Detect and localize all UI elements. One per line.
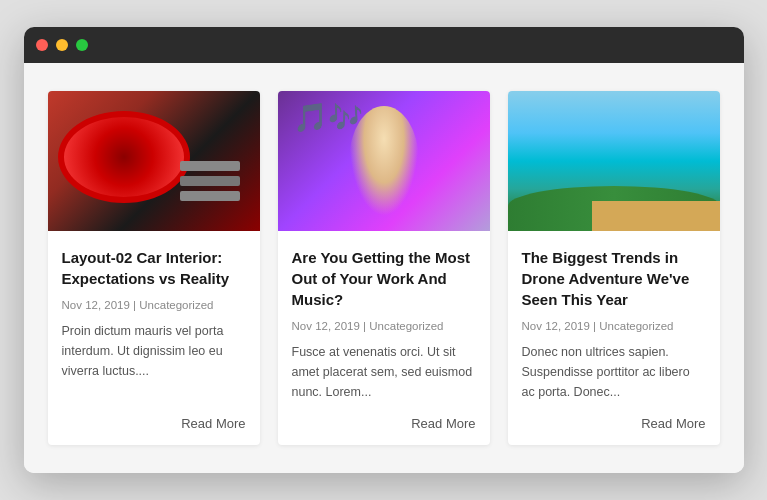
card-2-meta: Nov 12, 2019 | Uncategorized — [292, 320, 476, 332]
card-3-title: The Biggest Trends in Drone Adventure We… — [522, 247, 706, 310]
card-1-image — [48, 91, 260, 231]
card-3-read-more[interactable]: Read More — [522, 416, 706, 431]
card-2-excerpt: Fusce at venenatis orci. Ut sit amet pla… — [292, 342, 476, 402]
card-1-meta: Nov 12, 2019 | Uncategorized — [62, 299, 246, 311]
card-1-read-more[interactable]: Read More — [62, 416, 246, 431]
cards-grid: Layout-02 Car Interior: Expectations vs … — [48, 91, 720, 445]
minimize-dot[interactable] — [56, 39, 68, 51]
card-1-title: Layout-02 Car Interior: Expectations vs … — [62, 247, 246, 289]
titlebar — [24, 27, 744, 63]
blog-card-2: Are You Getting the Most Out of Your Wor… — [278, 91, 490, 445]
close-dot[interactable] — [36, 39, 48, 51]
card-3-meta: Nov 12, 2019 | Uncategorized — [522, 320, 706, 332]
blog-card-3: The Biggest Trends in Drone Adventure We… — [508, 91, 720, 445]
person-silhouette — [349, 106, 419, 216]
main-content: Layout-02 Car Interior: Expectations vs … — [24, 63, 744, 473]
card-1-excerpt: Proin dictum mauris vel porta interdum. … — [62, 321, 246, 402]
card-2-image — [278, 91, 490, 231]
card-3-image — [508, 91, 720, 231]
blog-card-1: Layout-02 Car Interior: Expectations vs … — [48, 91, 260, 445]
card-1-body: Layout-02 Car Interior: Expectations vs … — [48, 231, 260, 445]
card-2-body: Are You Getting the Most Out of Your Wor… — [278, 231, 490, 445]
card-3-body: The Biggest Trends in Drone Adventure We… — [508, 231, 720, 445]
app-window: Layout-02 Car Interior: Expectations vs … — [24, 27, 744, 473]
card-2-read-more[interactable]: Read More — [292, 416, 476, 431]
card-3-excerpt: Donec non ultrices sapien. Suspendisse p… — [522, 342, 706, 402]
maximize-dot[interactable] — [76, 39, 88, 51]
card-2-title: Are You Getting the Most Out of Your Wor… — [292, 247, 476, 310]
